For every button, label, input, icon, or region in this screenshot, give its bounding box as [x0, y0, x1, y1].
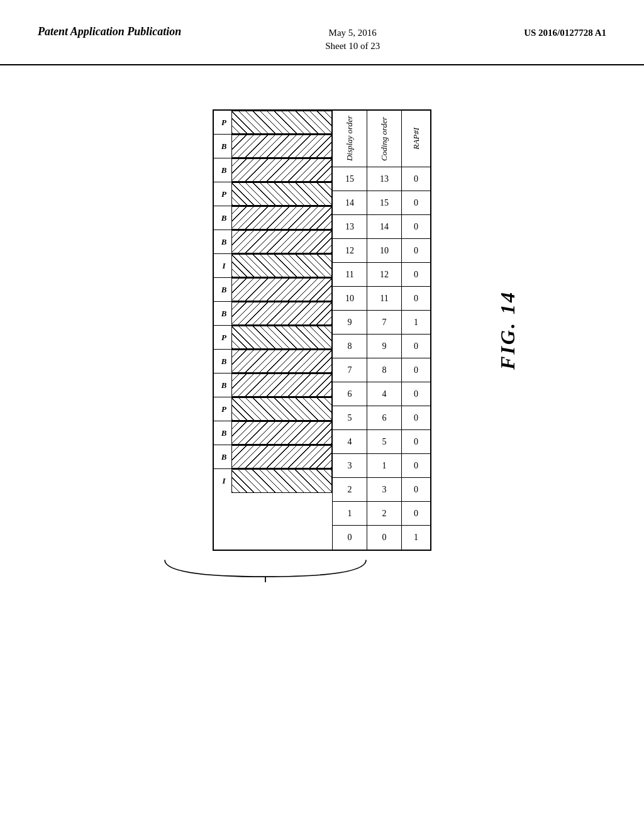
frame-row: P [214, 182, 332, 206]
rap-cell: 0 [402, 263, 430, 287]
frame-pattern [231, 254, 332, 277]
coding-order-cell: 0 [367, 526, 401, 550]
display-order-cell: 11 [333, 263, 367, 287]
patent-number: US 2016/0127728 A1 [524, 28, 606, 38]
back-hatch-pattern [231, 135, 332, 158]
frame-pattern [231, 135, 332, 158]
rap-cell: 0 [402, 239, 430, 263]
col-coding-order: Coding order 1315141012117984651320 [367, 111, 402, 550]
coding-order-cell: 13 [367, 167, 401, 191]
back-hatch-pattern [231, 230, 332, 253]
rap-cell: 0 [402, 191, 430, 215]
publication-title: Patent Application Publication [38, 25, 181, 38]
frame-pattern [231, 302, 332, 325]
frame-type-label: P [214, 404, 231, 414]
col-display-order: Display order 1514131211109876543210 [333, 111, 367, 550]
frame-pattern [231, 350, 332, 373]
frame-type-label: P [214, 118, 231, 128]
frame-type-label: B [214, 237, 231, 247]
frame-row: B [214, 158, 332, 182]
frame-row: B [214, 206, 332, 230]
forward-hatch-pattern [231, 397, 332, 421]
frame-row: I [214, 469, 332, 493]
display-rows: 1514131211109876543210 [333, 167, 367, 550]
sheet-info: Sheet 10 of 23 [325, 41, 380, 52]
display-order-cell: 0 [333, 526, 367, 550]
frame-pattern [231, 230, 332, 253]
frame-row: P [214, 326, 332, 350]
rap-cell: 0 [402, 287, 430, 311]
back-hatch-pattern [231, 445, 332, 468]
main-content: PBBPBBIBBPBBPBBI Display order 151413121… [0, 65, 644, 601]
coding-order-cell: 7 [367, 311, 401, 335]
frame-row: P [214, 397, 332, 421]
rap-cell: 0 [402, 358, 430, 382]
frame-type-label: B [214, 428, 231, 438]
frame-row: B [214, 278, 332, 302]
coding-order-cell: 3 [367, 478, 401, 502]
coding-order-cell: 2 [367, 502, 401, 526]
frame-row: B [214, 374, 332, 397]
frame-type-label: B [214, 452, 231, 462]
col-rap: RAP#I 0000001000000001 [402, 111, 430, 550]
frame-type-label: B [214, 380, 231, 390]
diagram-table: PBBPBBIBBPBBPBBI Display order 151413121… [213, 109, 431, 551]
coding-order-cell: 14 [367, 215, 401, 239]
coding-order-label: Coding order [379, 117, 389, 161]
display-order-cell: 4 [333, 430, 367, 454]
rap-cell: 0 [402, 382, 430, 406]
frame-row: I [214, 254, 332, 278]
rap-rows: 0000001000000001 [402, 167, 430, 550]
display-order-cell: 14 [333, 191, 367, 215]
display-order-cell: 2 [333, 478, 367, 502]
col-display-header: Display order [333, 111, 367, 167]
frame-pattern [231, 278, 332, 301]
display-order-label: Display order [345, 116, 355, 161]
frame-type-label: B [214, 285, 231, 295]
frame-pattern [231, 206, 332, 230]
col-rap-header: RAP#I [402, 111, 430, 167]
frame-pattern [231, 469, 332, 493]
forward-hatch-pattern [231, 326, 332, 349]
display-order-cell: 1 [333, 502, 367, 526]
display-order-cell: 12 [333, 239, 367, 263]
display-order-cell: 13 [333, 215, 367, 239]
frame-type-label: B [214, 141, 231, 152]
coding-order-cell: 4 [367, 382, 401, 406]
brace-svg [140, 557, 391, 582]
frame-row: P [214, 111, 332, 135]
coding-order-cell: 15 [367, 191, 401, 215]
back-hatch-pattern [231, 350, 332, 373]
display-order-cell: 10 [333, 287, 367, 311]
col-frames: PBBPBBIBBPBBPBBI [214, 111, 333, 550]
coding-order-cell: 1 [367, 454, 401, 478]
frame-row: B [214, 445, 332, 469]
col-coding-header: Coding order [367, 111, 401, 167]
frame-row: B [214, 302, 332, 326]
frame-pattern [231, 326, 332, 349]
publication-date: May 5, 2016 [325, 28, 380, 38]
frame-type-label: I [214, 261, 231, 271]
rap-cell: 0 [402, 406, 430, 430]
back-hatch-pattern [231, 206, 332, 230]
frame-row: B [214, 230, 332, 254]
display-order-cell: 7 [333, 358, 367, 382]
coding-order-cell: 6 [367, 406, 401, 430]
forward-hatch-pattern [231, 469, 332, 493]
frame-pattern [231, 421, 332, 445]
frame-pattern [231, 374, 332, 397]
coding-order-cell: 11 [367, 287, 401, 311]
display-order-cell: 8 [333, 335, 367, 358]
coding-rows: 1315141012117984651320 [367, 167, 401, 550]
rap-cell: 0 [402, 478, 430, 502]
frame-type-label: B [214, 165, 231, 175]
page-header: Patent Application Publication May 5, 20… [0, 0, 644, 65]
forward-hatch-pattern [231, 111, 332, 134]
rap-cell: 1 [402, 311, 430, 335]
frame-pattern [231, 158, 332, 182]
display-order-cell: 5 [333, 406, 367, 430]
rap-cell: 0 [402, 502, 430, 526]
rap-cell: 0 [402, 167, 430, 191]
coding-order-cell: 5 [367, 430, 401, 454]
display-order-cell: 15 [333, 167, 367, 191]
